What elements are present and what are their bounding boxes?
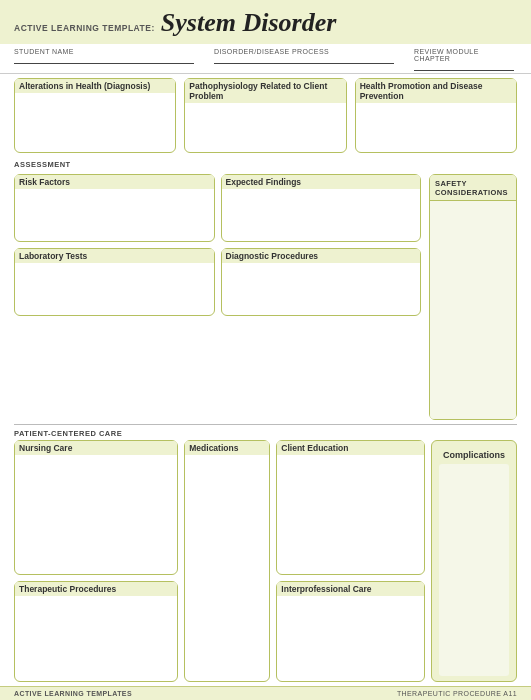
box-health-promotion-content — [363, 107, 509, 147]
box-client-education-header: Client Education — [277, 441, 424, 455]
box-pathophysiology-header: Pathophysiology Related to Client Proble… — [185, 79, 345, 103]
review-module-label: Review Module Chapter — [414, 48, 517, 62]
complications-label: Complications — [439, 446, 509, 460]
disorder-line — [214, 56, 394, 64]
template-label: Active Learning Template: — [14, 23, 155, 33]
box-health-promotion: Health Promotion and Disease Prevention — [355, 78, 517, 153]
footer: Active Learning Templates Therapeutic Pr… — [0, 686, 531, 700]
box-medications-header: Medications — [185, 441, 269, 455]
box-laboratory-tests: Laboratory Tests — [14, 248, 215, 316]
box-risk-factors: Risk Factors — [14, 174, 215, 242]
box-client-education: Client Education — [276, 440, 425, 576]
box-medications: Medications — [184, 440, 270, 683]
info-row: Student Name Disorder/Disease Process Re… — [0, 44, 531, 74]
page: Active Learning Template: System Disorde… — [0, 0, 531, 700]
box-interprofessional-care: Interprofessional Care — [276, 581, 425, 682]
complications-body — [439, 464, 509, 677]
disorder-label: Disorder/Disease Process — [214, 48, 394, 55]
disorder-field: Disorder/Disease Process — [214, 48, 394, 71]
complications-box: Complications — [431, 440, 517, 683]
safety-panel: Safety Considerations — [429, 174, 517, 420]
pcc-label: Patient-Centered Care — [14, 429, 517, 440]
pcc-section: Patient-Centered Care Nursing Care Thera… — [0, 425, 531, 687]
box-nursing-care: Nursing Care — [14, 440, 178, 576]
student-name-line — [14, 56, 194, 64]
box-diagnostic-procedures-header: Diagnostic Procedures — [222, 249, 421, 263]
box-therapeutic-procedures-header: Therapeutic Procedures — [15, 582, 177, 596]
box-risk-factors-header: Risk Factors — [15, 175, 214, 189]
box-diagnostic-procedures: Diagnostic Procedures — [221, 248, 422, 316]
box-laboratory-tests-header: Laboratory Tests — [15, 249, 214, 263]
review-module-field: Review Module Chapter — [414, 48, 517, 71]
header: Active Learning Template: System Disorde… — [0, 0, 531, 44]
box-health-promotion-header: Health Promotion and Disease Prevention — [356, 79, 516, 103]
safety-panel-header: Safety Considerations — [430, 175, 516, 201]
student-name-label: Student Name — [14, 48, 194, 55]
student-name-field: Student Name — [14, 48, 194, 71]
box-therapeutic-procedures: Therapeutic Procedures — [14, 581, 178, 682]
box-nursing-care-header: Nursing Care — [15, 441, 177, 455]
box-pathophysiology: Pathophysiology Related to Client Proble… — [184, 78, 346, 153]
box-interprofessional-care-header: Interprofessional Care — [277, 582, 424, 596]
assessment-main: Risk Factors Expected Findings Laborator… — [14, 170, 421, 424]
assessment-section: Risk Factors Expected Findings Laborator… — [0, 170, 531, 424]
box-alterations-header: Alterations in Health (Diagnosis) — [15, 79, 175, 93]
box-alterations: Alterations in Health (Diagnosis) — [14, 78, 176, 153]
top-boxes: Alterations in Health (Diagnosis) Pathop… — [0, 74, 531, 157]
box-pathophysiology-content — [192, 107, 338, 147]
safety-panel-body — [430, 201, 516, 419]
page-title: System Disorder — [161, 8, 337, 38]
box-expected-findings-header: Expected Findings — [222, 175, 421, 189]
box-expected-findings: Expected Findings — [221, 174, 422, 242]
footer-right: Therapeutic Procedure A11 — [397, 690, 517, 697]
review-module-line — [414, 63, 514, 71]
box-alterations-content — [22, 97, 168, 137]
assessment-grid: Risk Factors Expected Findings Laborator… — [14, 170, 421, 320]
assessment-label: Assessment — [0, 157, 531, 170]
footer-left: Active Learning Templates — [14, 690, 132, 697]
